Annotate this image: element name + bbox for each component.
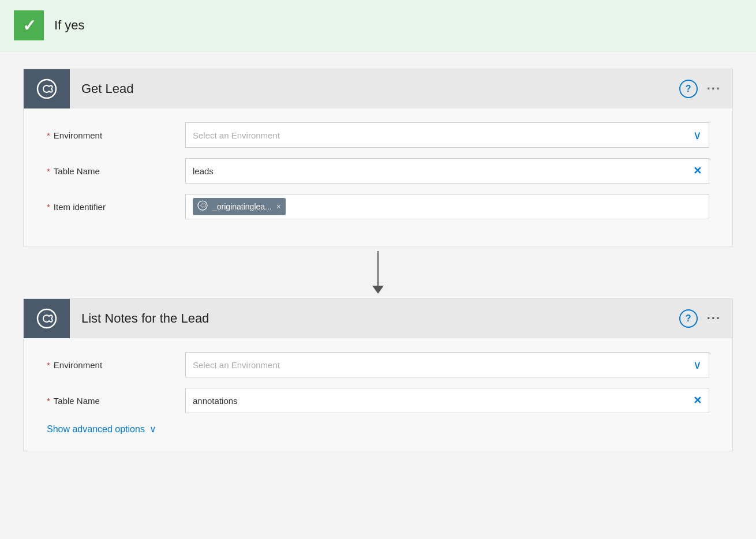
table-name-clear-2[interactable]: ✕ bbox=[693, 394, 702, 407]
item-identifier-input[interactable]: _originatingleа... × bbox=[185, 194, 709, 219]
table-name-row-2: * Table Name annotations ✕ bbox=[47, 388, 709, 413]
show-advanced-chevron-icon: ∨ bbox=[149, 424, 156, 435]
connector-arrow bbox=[372, 251, 384, 294]
dropdown-arrow-1: ∨ bbox=[693, 128, 702, 142]
dropdown-arrow-2: ∨ bbox=[693, 358, 702, 372]
tag-remove-button[interactable]: × bbox=[276, 202, 281, 211]
get-lead-icon-box bbox=[24, 69, 70, 108]
get-lead-help-button[interactable]: ? bbox=[679, 80, 698, 98]
dataverse-icon-2 bbox=[36, 308, 58, 330]
check-icon: ✓ bbox=[14, 10, 44, 40]
dataverse-icon-1 bbox=[36, 78, 58, 100]
list-notes-more-button[interactable]: ··· bbox=[707, 311, 721, 326]
item-identifier-row: * Item identifier _originatingleа... × bbox=[47, 194, 709, 219]
if-yes-header: ✓ If yes bbox=[0, 0, 756, 51]
environment-row-2: * Environment Select an Environment ∨ bbox=[47, 352, 709, 377]
table-name-clear-1[interactable]: ✕ bbox=[693, 164, 702, 177]
arrow-head bbox=[372, 286, 384, 294]
list-notes-card-body: * Environment Select an Environment ∨ * … bbox=[24, 338, 732, 451]
arrow-line bbox=[377, 251, 379, 286]
get-lead-card-header: Get Lead ? ··· bbox=[24, 69, 732, 108]
tag-dataverse-icon bbox=[197, 200, 208, 213]
svg-point-1 bbox=[198, 201, 207, 210]
required-star-2: * bbox=[47, 166, 50, 176]
get-lead-actions: ? ··· bbox=[668, 69, 732, 108]
table-name-label-1: * Table Name bbox=[47, 166, 174, 176]
table-name-input-1[interactable]: leads ✕ bbox=[185, 158, 709, 184]
environment-dropdown-2[interactable]: Select an Environment ∨ bbox=[185, 352, 709, 377]
get-lead-card-body: * Environment Select an Environment ∨ * … bbox=[24, 108, 732, 246]
list-notes-help-button[interactable]: ? bbox=[679, 309, 698, 328]
main-content: Get Lead ? ··· * Environment Select an E… bbox=[0, 51, 756, 469]
show-advanced-options[interactable]: Show advanced options ∨ bbox=[47, 424, 709, 435]
tag-text: _originatingleа... bbox=[212, 202, 272, 211]
required-star: * bbox=[47, 130, 50, 140]
environment-row-1: * Environment Select an Environment ∨ bbox=[47, 122, 709, 148]
list-notes-icon-box bbox=[24, 299, 70, 338]
environment-label-2: * Environment bbox=[47, 360, 174, 370]
item-identifier-label: * Item identifier bbox=[47, 202, 174, 212]
required-star-5: * bbox=[47, 396, 50, 406]
if-yes-title: If yes bbox=[54, 18, 85, 33]
get-lead-title: Get Lead bbox=[70, 69, 668, 108]
required-star-3: * bbox=[47, 202, 50, 212]
get-lead-more-button[interactable]: ··· bbox=[707, 81, 721, 96]
list-notes-actions: ? ··· bbox=[668, 299, 732, 338]
list-notes-title: List Notes for the Lead bbox=[70, 299, 668, 338]
environment-label-1: * Environment bbox=[47, 130, 174, 140]
svg-point-0 bbox=[38, 80, 56, 98]
list-notes-card-header: List Notes for the Lead ? ··· bbox=[24, 299, 732, 338]
list-notes-card: List Notes for the Lead ? ··· * Environm… bbox=[23, 298, 733, 451]
svg-point-2 bbox=[38, 309, 56, 328]
get-lead-card: Get Lead ? ··· * Environment Select an E… bbox=[23, 69, 733, 246]
show-advanced-label: Show advanced options bbox=[47, 424, 145, 435]
required-star-4: * bbox=[47, 360, 50, 370]
table-name-row-1: * Table Name leads ✕ bbox=[47, 158, 709, 184]
environment-dropdown-1[interactable]: Select an Environment ∨ bbox=[185, 122, 709, 148]
table-name-label-2: * Table Name bbox=[47, 396, 174, 406]
item-identifier-tag: _originatingleа... × bbox=[193, 198, 286, 215]
table-name-input-2[interactable]: annotations ✕ bbox=[185, 388, 709, 413]
